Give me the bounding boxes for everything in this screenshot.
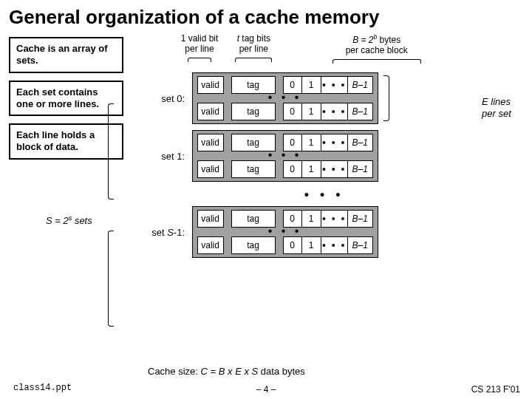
cache-line: valid tag 0 1 • • • B–1	[197, 236, 373, 254]
set-row: set 0: valid tag 0 1 • • • B–1 • • • val…	[148, 72, 389, 124]
footer-page-number: – 4 –	[0, 384, 532, 395]
set-block: valid tag 0 1 • • • B–1 • • • valid tag …	[192, 206, 378, 258]
sets-count-label: S = 2s sets	[46, 214, 92, 226]
info-box-1: Cache is an array of sets.	[9, 37, 123, 73]
cache-line: valid tag 0 1 • • • B–1	[197, 160, 373, 178]
set-ellipsis: • • •	[259, 188, 389, 203]
set-block: valid tag 0 1 • • • B–1 • • • valid tag …	[192, 130, 378, 182]
footer-filename: class14.ppt	[13, 383, 72, 393]
set-label-last: set S-1:	[148, 227, 185, 238]
set-row: set S-1: valid tag 0 1 • • • B–1 • • • v…	[148, 206, 389, 258]
cache-size-formula: Cache size: C = B x E x S data bytes	[148, 366, 305, 377]
lines-per-set-label: E lines per set	[482, 96, 526, 119]
footer-course: CS 213 F'01	[471, 384, 520, 395]
valid-bit-label: 1 valid bit per line	[174, 34, 225, 64]
set-block: valid tag 0 1 • • • B–1 • • • valid tag …	[192, 72, 378, 124]
info-box-3: Each line holds a block of data.	[9, 123, 123, 160]
tag-bits-label: t tag bits per line	[228, 34, 279, 64]
slide-footer: class14.ppt – 4 – CS 213 F'01	[0, 383, 532, 395]
column-header-labels: 1 valid bit per line t tag bits per line…	[174, 34, 451, 66]
page-title: General organization of a cache memory	[9, 6, 523, 29]
description-boxes: Cache is an array of sets. Each set cont…	[9, 37, 123, 167]
set-row: set 1: valid tag 0 1 • • • B–1 • • • val…	[148, 130, 389, 182]
set-label-0: set 0:	[148, 93, 185, 104]
cache-line: valid tag 0 1 • • • B–1	[197, 103, 373, 120]
valid-cell: valid	[197, 76, 224, 94]
set-label-1: set 1:	[148, 151, 185, 162]
info-box-2: Each set contains one or more lines.	[9, 81, 123, 117]
cache-diagram: set 0: valid tag 0 1 • • • B–1 • • • val…	[148, 72, 389, 264]
line-ellipsis: • • •	[197, 94, 373, 103]
block-bytes-label: B = 2b bytes per cache block	[303, 34, 451, 66]
e-brace-icon	[383, 75, 389, 121]
